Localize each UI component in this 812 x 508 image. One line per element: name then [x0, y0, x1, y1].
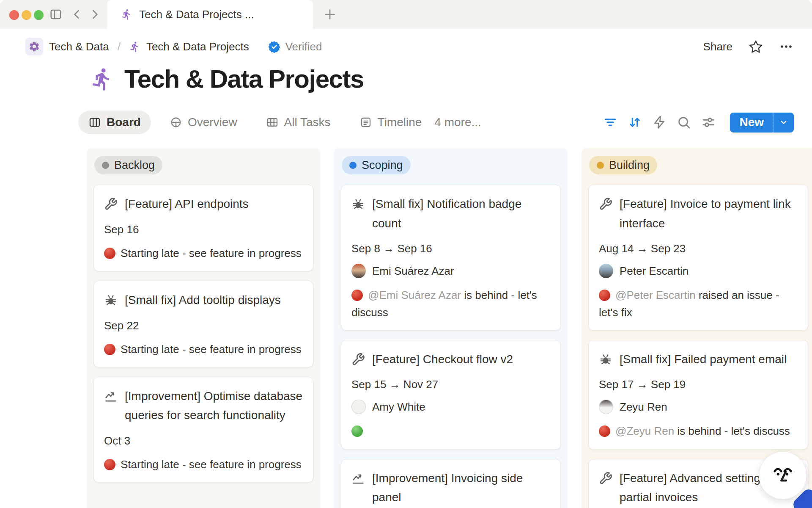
more-options-icon[interactable]: [779, 39, 793, 54]
sort-icon[interactable]: [628, 115, 642, 130]
favorite-star-icon[interactable]: [749, 39, 763, 54]
card[interactable]: [Small fix] Notification badge countSep …: [341, 185, 561, 331]
card[interactable]: [Feature] API endpointsSep 16Starting la…: [93, 185, 313, 271]
board-icon: [88, 116, 101, 129]
avatar: [351, 264, 366, 278]
status-text: Starting late - see feature in progress: [121, 247, 302, 260]
column-backlog: Backlog[Feature] API endpointsSep 16Star…: [87, 148, 320, 508]
tab-title: Tech & Data Projects ...: [139, 8, 254, 21]
view-tab-board[interactable]: Board: [78, 110, 151, 134]
more-views-button[interactable]: 4 more...: [434, 116, 481, 129]
card-head: [Feature] Checkout flow v2: [351, 350, 550, 369]
status-dot-icon: [349, 162, 357, 169]
column-name: Backlog: [114, 159, 155, 172]
view-tab-timeline[interactable]: Timeline: [349, 110, 432, 134]
active-tab[interactable]: Tech & Data Projects ...: [107, 0, 313, 29]
column-name: Building: [609, 159, 650, 172]
share-button[interactable]: Share: [703, 40, 732, 53]
card[interactable]: [Feature] Checkout flow v2Sep 15 → Nov 2…: [341, 340, 561, 450]
view-tab-label: Board: [107, 116, 141, 129]
verified-label: Verified: [285, 40, 322, 53]
card-date: Sep 15 → Nov 27: [351, 378, 550, 391]
breadcrumb-separator: /: [118, 40, 121, 53]
red-status-dot-icon: [104, 248, 115, 259]
card-head: [Small fix] Notification badge count: [351, 194, 550, 233]
toolbar-icons: [603, 115, 716, 130]
kanban-board: Backlog[Feature] API endpointsSep 16Star…: [0, 148, 812, 508]
back-icon[interactable]: [70, 8, 84, 21]
red-status-dot-icon: [104, 459, 115, 470]
card[interactable]: [Improvement] Optimise database queries …: [93, 377, 313, 483]
assignee-name: Emi Suárez Azar: [372, 265, 454, 278]
page-title[interactable]: Tech & Data Projects: [124, 64, 364, 94]
forward-icon[interactable]: [88, 8, 102, 21]
card-title: [Small fix] Add tooltip displays: [125, 290, 281, 310]
card-title: [Feature] API endpoints: [125, 194, 249, 214]
avatar: [599, 264, 613, 278]
card-head: [Feature] Invoice to payment link interf…: [599, 194, 798, 233]
view-controls: BoardOverviewAll TasksTimeline 4 more...…: [78, 110, 794, 135]
header-actions: Share: [703, 39, 793, 54]
view-tab-all-tasks[interactable]: All Tasks: [256, 110, 341, 134]
new-dropdown-button[interactable]: [773, 113, 794, 133]
card-status: [351, 422, 550, 439]
card-title: [Small fix] Failed payment email: [620, 350, 787, 369]
view-tab-overview[interactable]: Overview: [159, 110, 247, 134]
card-assignee: Zeyu Ren: [599, 400, 798, 414]
search-icon[interactable]: [677, 115, 691, 130]
view-tab-label: Overview: [188, 116, 237, 129]
breadcrumb-workspace[interactable]: Tech & Data: [49, 40, 109, 53]
red-status-dot-icon: [351, 290, 363, 301]
column-name: Scoping: [362, 159, 403, 172]
view-tab-label: Timeline: [378, 116, 422, 129]
timeline-icon: [359, 116, 372, 129]
breadcrumb: Tech & Data / Tech & Data Projects Verif…: [25, 38, 322, 55]
sidebar-toggle-icon[interactable]: [49, 8, 63, 21]
avatar: [599, 400, 613, 414]
page-icon-running-person[interactable]: [90, 67, 114, 91]
new-button[interactable]: New: [730, 113, 773, 133]
running-person-icon: [129, 41, 140, 52]
status-text: Starting late - see feature in progress: [121, 343, 302, 356]
view-tabs: BoardOverviewAll TasksTimeline: [78, 110, 432, 134]
zoom-window-button[interactable]: [34, 10, 44, 20]
card-title: [Improvement] Invoicing side panel: [372, 469, 550, 507]
verified-badge[interactable]: Verified: [268, 40, 322, 53]
card-assignee: Amy White: [351, 400, 550, 414]
card-status: Starting late - see feature in progress: [104, 456, 303, 473]
status-dot-icon: [597, 162, 604, 169]
card-assignee: Peter Escartin: [599, 264, 798, 278]
gear-icon: [28, 41, 40, 52]
column-header-building[interactable]: Building: [589, 156, 657, 174]
card-date: Oct 3: [104, 434, 303, 447]
card[interactable]: [Small fix] Failed payment emailSep 17 →…: [588, 340, 808, 450]
wrench-icon: [599, 197, 612, 211]
card-status: Starting late - see feature in progress: [104, 341, 303, 358]
verified-seal-icon: [268, 40, 281, 53]
settings-sliders-icon[interactable]: [701, 115, 716, 130]
card-title: [Feature] Checkout flow v2: [372, 350, 513, 369]
card-head: [Small fix] Failed payment email: [599, 350, 798, 369]
wrench-icon: [351, 353, 365, 366]
card[interactable]: [Small fix] Add tooltip displaysSep 22St…: [93, 281, 313, 367]
window-controls: [9, 10, 44, 20]
status-dot-icon: [102, 162, 109, 169]
workspace-icon-chip[interactable]: [25, 38, 43, 55]
minimize-window-button[interactable]: [22, 10, 31, 20]
notion-ai-button[interactable]: [759, 451, 807, 500]
card-status: @Zeyu Ren is behind - let's discuss: [599, 422, 798, 439]
close-window-button[interactable]: [9, 10, 19, 20]
zap-icon[interactable]: [652, 115, 667, 130]
breadcrumb-page[interactable]: Tech & Data Projects: [146, 40, 249, 53]
filter-icon[interactable]: [603, 115, 617, 130]
new-button-group: New: [730, 113, 794, 133]
new-tab-plus-icon[interactable]: [322, 7, 337, 22]
column-header-scoping[interactable]: Scoping: [342, 156, 411, 174]
bug-icon: [351, 197, 365, 211]
card[interactable]: [Improvement] Invoicing side panelSep 15…: [341, 459, 561, 508]
card[interactable]: [Feature] Invoice to payment link interf…: [588, 185, 808, 331]
page-header: Tech & Data / Tech & Data Projects Verif…: [0, 29, 812, 64]
all-tasks-icon: [266, 116, 279, 129]
tab-bar: Tech & Data Projects ...: [0, 0, 812, 29]
column-header-backlog[interactable]: Backlog: [94, 156, 162, 174]
